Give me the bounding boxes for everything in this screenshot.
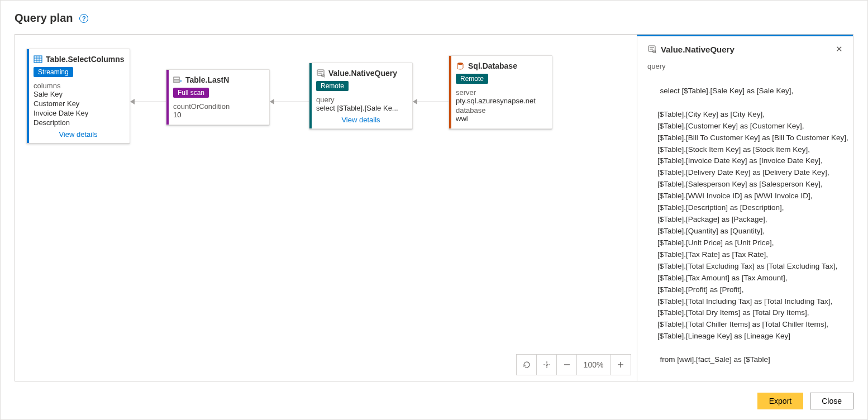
sql-line: [$Table].[Lineage Key] as [Lineage Key] bbox=[647, 331, 843, 342]
svg-rect-5 bbox=[174, 77, 179, 83]
reset-view-button[interactable] bbox=[517, 355, 537, 375]
svg-point-13 bbox=[457, 63, 463, 65]
node-title-text: Table.LastN bbox=[185, 75, 229, 84]
dialog-footer: Export Close bbox=[757, 393, 853, 409]
col-value: Invoice Date Key bbox=[34, 109, 123, 117]
zoom-in-button[interactable] bbox=[611, 355, 631, 375]
node-sql-database[interactable]: Sql.Database Remote server pty.sql.azure… bbox=[449, 55, 552, 129]
col-value: Description bbox=[34, 118, 123, 127]
sql-line: [$Table].[Invoice Date Key] as [Invoice … bbox=[647, 155, 843, 167]
svg-line-12 bbox=[324, 77, 325, 78]
svg-rect-0 bbox=[34, 56, 42, 63]
sql-line: [$Table].[Salesperson Key] as [Salespers… bbox=[647, 179, 843, 190]
sql-line: [$Table].[Delivery Date Key] as [Deliver… bbox=[647, 167, 843, 179]
sql-text: select [$Table].[Sale Key] as [Sale Key]… bbox=[647, 74, 843, 378]
table-icon bbox=[34, 55, 42, 64]
canvas-frame: Table.SelectColumns Streaming columns Sa… bbox=[15, 34, 853, 381]
detail-panel-title: Value.NativeQuery bbox=[661, 45, 735, 54]
page-title: Query plan bbox=[15, 12, 73, 25]
sql-line: [$Table].[Package] as [Package], bbox=[647, 214, 843, 226]
svg-point-14 bbox=[546, 364, 547, 366]
dialog-header: Query plan ? bbox=[1, 1, 867, 30]
node-accent bbox=[166, 70, 169, 125]
view-details-link[interactable]: View details bbox=[34, 130, 123, 139]
node-accent bbox=[309, 63, 312, 128]
fit-view-button[interactable] bbox=[537, 355, 557, 375]
view-details-link[interactable]: View details bbox=[316, 116, 406, 124]
svg-line-22 bbox=[655, 52, 656, 54]
edge-arrow-icon bbox=[413, 99, 417, 104]
badge-streaming: Streaming bbox=[34, 67, 73, 77]
sql-line: [$Table].[Total Excluding Tax] as [Total… bbox=[647, 261, 843, 273]
detail-label: query bbox=[647, 62, 843, 70]
export-button[interactable]: Export bbox=[757, 393, 803, 409]
close-icon[interactable]: ✕ bbox=[836, 44, 843, 54]
node-accent bbox=[449, 56, 451, 128]
prop-label: countOrCondition bbox=[173, 102, 263, 111]
help-icon[interactable]: ? bbox=[79, 14, 88, 23]
zoom-percent: 100% bbox=[577, 355, 611, 375]
prop-value: select [$Table].[Sale Ke... bbox=[316, 104, 406, 112]
sql-line: [$Table].[Total Dry Items] as [Total Dry… bbox=[647, 307, 843, 319]
edge bbox=[271, 102, 309, 102]
sql-line: [$Table].[Tax Amount] as [Tax Amount], bbox=[647, 273, 843, 284]
node-table-selectcolumns[interactable]: Table.SelectColumns Streaming columns Sa… bbox=[26, 49, 130, 144]
col-value: Sale Key bbox=[34, 90, 123, 98]
badge-fullscan: Full scan bbox=[173, 88, 209, 98]
prop-label: columns bbox=[34, 82, 123, 90]
sql-line: [$Table].[Total Chiller Items] as [Total… bbox=[647, 319, 843, 331]
database-icon bbox=[456, 61, 465, 70]
edge bbox=[131, 102, 166, 102]
sql-line: [$Table].[Total Including Tax] as [Total… bbox=[647, 296, 843, 308]
sql-line: [$Table].[Customer Key] as [Customer Key… bbox=[647, 121, 843, 132]
sql-line: [$Table].[Quantity] as [Quantity], bbox=[647, 226, 843, 237]
prop-label: database bbox=[456, 106, 545, 114]
query-icon bbox=[647, 45, 656, 54]
prop-label: query bbox=[316, 96, 406, 104]
node-table-lastn[interactable]: Table.LastN Full scan countOrCondition 1… bbox=[166, 69, 270, 125]
sql-line: [$Table].[Bill To Customer Key] as [Bill… bbox=[647, 132, 843, 144]
detail-panel: Value.NativeQuery ✕ query select [$Table… bbox=[637, 35, 853, 381]
zoom-toolbar: 100% bbox=[516, 354, 631, 375]
node-value-nativequery[interactable]: Value.NativeQuery Remote query select [$… bbox=[309, 63, 413, 129]
prop-value: wwi bbox=[456, 114, 545, 123]
sql-line: [$Table].[Profit] as [Profit], bbox=[647, 284, 843, 296]
badge-remote: Remote bbox=[316, 81, 349, 91]
sql-line: [$Table].[WWI Invoice ID] as [WWI Invoic… bbox=[647, 190, 843, 202]
svg-rect-18 bbox=[648, 46, 655, 51]
query-icon bbox=[316, 69, 325, 78]
zoom-out-button[interactable] bbox=[557, 355, 577, 375]
node-title-text: Sql.Database bbox=[468, 61, 517, 70]
svg-rect-8 bbox=[317, 70, 324, 75]
node-title-text: Value.NativeQuery bbox=[328, 69, 397, 78]
query-plan-canvas[interactable]: Table.SelectColumns Streaming columns Sa… bbox=[15, 35, 637, 381]
sql-line: from [wwi].[fact_Sale] as [$Table] bbox=[660, 355, 770, 364]
badge-remote: Remote bbox=[456, 74, 488, 84]
node-title-text: Table.SelectColumns bbox=[46, 55, 125, 64]
sql-line: select [$Table].[Sale Key] as [Sale Key]… bbox=[660, 87, 794, 95]
sql-line: [$Table].[Tax Rate] as [Tax Rate], bbox=[647, 249, 843, 261]
close-button[interactable]: Close bbox=[810, 393, 853, 409]
node-accent bbox=[27, 49, 29, 143]
edge bbox=[414, 102, 449, 102]
prop-value: 10 bbox=[173, 111, 263, 119]
sql-line: [$Table].[City Key] as [City Key], bbox=[647, 109, 843, 121]
prop-value: pty.sql.azuresynapse.net bbox=[456, 97, 545, 105]
sql-line: [$Table].[Stock Item Key] as [Stock Item… bbox=[647, 144, 843, 156]
edge-arrow-icon bbox=[270, 99, 274, 104]
sql-line: [$Table].[Description] as [Description], bbox=[647, 202, 843, 214]
sql-line: [$Table].[Unit Price] as [Unit Price], bbox=[647, 237, 843, 249]
prop-label: server bbox=[456, 88, 545, 97]
edge-arrow-icon bbox=[130, 99, 135, 104]
col-value: Customer Key bbox=[34, 99, 123, 108]
lastn-icon bbox=[173, 75, 182, 84]
